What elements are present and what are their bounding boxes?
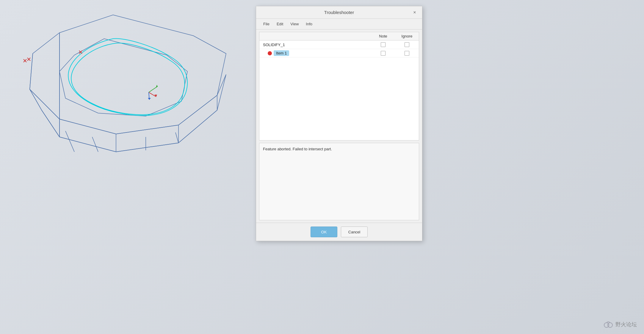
dialog-content: Note Ignore SOLIDIFY_1 [256, 29, 422, 223]
tree-header: Note Ignore [259, 32, 419, 40]
root-note-checkbox[interactable] [381, 42, 386, 47]
menu-view[interactable]: View [287, 21, 302, 27]
tree-header-note: Note [371, 34, 395, 38]
menu-info[interactable]: Info [303, 21, 315, 27]
svg-line-10 [59, 137, 116, 152]
svg-line-11 [116, 143, 178, 152]
tree-child-note-cell [371, 51, 395, 56]
svg-marker-1 [30, 54, 226, 152]
tree-root-label: SOLIDIFY_1 [259, 43, 371, 47]
dialog-buttons: OK Cancel [256, 223, 422, 241]
dialog-titlebar: Troubleshooter × [256, 6, 422, 19]
tree-root-row[interactable]: SOLIDIFY_1 [259, 40, 419, 49]
tree-panel[interactable]: Note Ignore SOLIDIFY_1 [259, 32, 419, 141]
svg-marker-30 [148, 98, 151, 100]
svg-line-12 [178, 110, 217, 143]
svg-line-26 [149, 92, 156, 97]
watermark: 野火论坛 [603, 319, 637, 330]
dialog-title: Troubleshooter [324, 10, 354, 15]
cancel-button[interactable]: Cancel [341, 227, 368, 237]
menu-file[interactable]: File [260, 21, 272, 27]
child-note-checkbox[interactable] [381, 51, 386, 56]
svg-marker-0 [30, 15, 226, 134]
cad-svg [0, 0, 256, 268]
tree-header-ignore: Ignore [395, 34, 419, 38]
tree-child-label: Item 1 [259, 50, 371, 56]
menu-edit[interactable]: Edit [274, 21, 286, 27]
ok-button[interactable]: OK [311, 227, 337, 237]
tree-root-note-cell [371, 42, 395, 47]
svg-line-15 [65, 131, 74, 152]
tree-child-ignore-cell [395, 51, 419, 56]
svg-point-32 [608, 323, 612, 327]
root-ignore-checkbox[interactable] [405, 42, 409, 47]
watermark-icon [603, 319, 614, 330]
close-button[interactable]: × [411, 9, 418, 16]
cad-drawing [0, 0, 256, 334]
description-text: Feature aborted. Failed to intersect par… [263, 147, 332, 151]
svg-line-16 [92, 137, 98, 152]
dialog-menubar: File Edit View Info [256, 19, 422, 29]
svg-line-9 [42, 110, 59, 137]
troubleshooter-dialog: Troubleshooter × File Edit View Info Not… [256, 6, 422, 241]
child-ignore-checkbox[interactable] [405, 51, 409, 56]
error-indicator [268, 51, 272, 55]
tree-root-ignore-cell [395, 42, 419, 47]
svg-marker-2 [59, 39, 187, 116]
item-highlight: Item 1 [274, 50, 289, 56]
description-panel: Feature aborted. Failed to intersect par… [259, 143, 419, 220]
watermark-text: 野火论坛 [615, 321, 637, 328]
svg-marker-28 [156, 85, 158, 88]
tree-child-row[interactable]: Item 1 [259, 49, 419, 57]
svg-line-18 [176, 132, 178, 143]
